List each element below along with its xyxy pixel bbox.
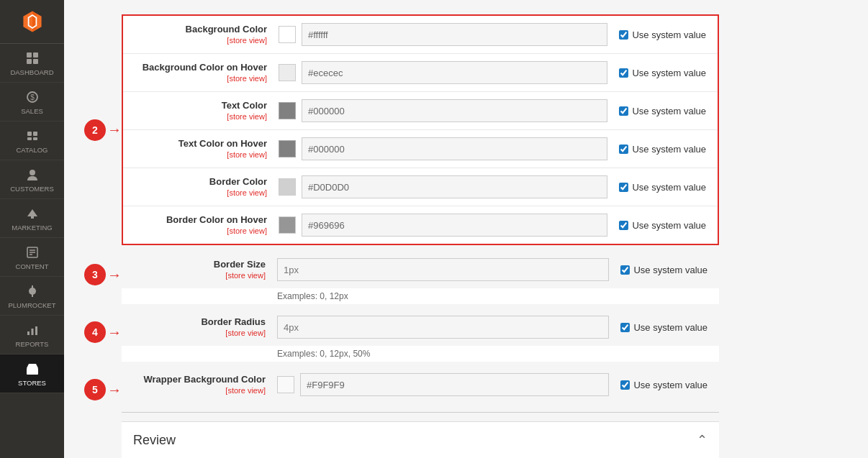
text-color-hover-swatch[interactable] — [279, 140, 296, 157]
border-color-hover-label: Border Color on Hover [store view] — [135, 214, 279, 236]
svg-rect-10 — [33, 132, 37, 136]
marketing-icon — [25, 206, 40, 221]
background-color-swatch[interactable] — [279, 26, 296, 43]
sidebar-item-plumrocket[interactable]: PLUMROCKET — [0, 277, 64, 316]
text-color-hover-label: Text Color on Hover [store view] — [135, 138, 279, 160]
step-5-section: Wrapper Background Color [store view] Us… — [122, 366, 719, 403]
svg-text:$: $ — [30, 93, 35, 101]
border-color-label: Border Color [store view] — [135, 176, 279, 198]
svg-rect-3 — [27, 52, 32, 58]
wrapper-bg-label: Wrapper Background Color [store view] — [133, 374, 277, 395]
sidebar-label-plumrocket: PLUMROCKET — [9, 301, 56, 309]
border-color-input[interactable] — [302, 175, 607, 198]
background-color-hover-checkbox[interactable] — [619, 68, 628, 78]
svg-rect-12 — [33, 137, 37, 140]
background-color-hover-swatch[interactable] — [279, 64, 296, 81]
sales-icon: $ — [25, 90, 40, 104]
svg-rect-22 — [27, 331, 30, 335]
step-3-arrow: → — [107, 267, 122, 283]
sidebar: DASHBOARD $ SALES CATALOG CUSTOMERS MARK… — [0, 0, 64, 458]
review-section: Review ⌃ — [122, 421, 719, 458]
svg-rect-4 — [33, 52, 38, 58]
step-4-section: Border Radius [store view] Use system va… — [122, 308, 719, 362]
border-color-hover-row: Border Color on Hover [store view] Use s… — [123, 206, 718, 244]
magento-logo — [19, 9, 45, 35]
border-color-row: Border Color [store view] Use system val… — [123, 168, 718, 206]
sidebar-item-catalog[interactable]: CATALOG — [0, 122, 64, 160]
wrapper-bg-swatch[interactable] — [277, 376, 294, 393]
text-color-system: Use system value — [619, 106, 706, 116]
background-color-row: Background Color [store view] Use system… — [123, 16, 718, 53]
border-size-row: Border Size [store view] Use system valu… — [122, 251, 719, 288]
text-color-checkbox[interactable] — [619, 106, 628, 116]
background-color-hover-row: Background Color on Hover [store view] U… — [123, 53, 718, 91]
text-color-hover-checkbox[interactable] — [619, 145, 628, 154]
background-color-label: Background Color [store view] — [135, 24, 279, 45]
svg-rect-24 — [35, 326, 37, 335]
border-radius-row: Border Radius [store view] Use system va… — [122, 308, 719, 346]
text-color-hover-system: Use system value — [619, 144, 706, 155]
border-color-swatch[interactable] — [279, 178, 296, 196]
text-color-hover-input[interactable] — [302, 137, 607, 160]
sidebar-item-sales[interactable]: $ SALES — [0, 83, 64, 122]
chevron-up-icon[interactable]: ⌃ — [697, 432, 707, 448]
wrapper-bg-system: Use system value — [620, 380, 707, 390]
wrapper-bg-input[interactable] — [300, 373, 609, 396]
settings-panel: 2 → Background Color [store view] Use sy… — [64, 0, 868, 458]
border-size-examples: Examples: 0, 12px — [122, 288, 719, 304]
background-color-input[interactable] — [302, 23, 607, 46]
svg-rect-23 — [31, 329, 33, 335]
svg-point-19 — [29, 288, 36, 295]
sidebar-item-dashboard[interactable]: DASHBOARD — [0, 44, 64, 83]
reports-icon — [25, 323, 40, 337]
sidebar-item-reports[interactable]: REPORTS — [0, 316, 64, 354]
text-color-input[interactable] — [302, 99, 607, 122]
step-3-section: Border Size [store view] Use system valu… — [122, 251, 719, 304]
svg-rect-26 — [30, 370, 35, 375]
svg-point-13 — [30, 170, 35, 175]
text-color-label: Text Color [store view] — [135, 100, 279, 122]
wrapper-bg-row: Wrapper Background Color [store view] Us… — [122, 366, 719, 403]
border-color-hover-checkbox[interactable] — [619, 221, 628, 230]
svg-rect-5 — [27, 59, 32, 64]
sidebar-item-marketing[interactable]: MARKETING — [0, 199, 64, 238]
text-color-swatch[interactable] — [279, 102, 296, 119]
background-color-hover-label: Background Color on Hover [store view] — [135, 62, 279, 83]
border-size-input[interactable] — [277, 258, 609, 281]
sidebar-item-customers[interactable]: CUSTOMERS — [0, 160, 64, 199]
border-color-hover-swatch[interactable] — [279, 216, 296, 234]
border-color-system: Use system value — [619, 182, 706, 193]
border-size-label: Border Size [store view] — [133, 259, 277, 280]
step-5-arrow: → — [107, 382, 122, 398]
step-2-section: Background Color [store view] Use system… — [122, 14, 719, 245]
border-color-checkbox[interactable] — [619, 183, 628, 192]
sidebar-label-stores: STORES — [18, 379, 46, 387]
sidebar-item-content[interactable]: CONTENT — [0, 238, 64, 277]
border-radius-examples: Examples: 0, 12px, 50% — [122, 346, 719, 362]
sidebar-label-content: CONTENT — [16, 262, 49, 270]
dashboard-icon — [25, 51, 40, 65]
plumrocket-icon — [25, 284, 40, 298]
border-radius-checkbox[interactable] — [620, 323, 630, 332]
content-icon — [25, 245, 40, 260]
step-3-bubble: 3 — [84, 264, 106, 285]
sidebar-item-stores[interactable]: STORES — [0, 354, 64, 393]
customers-icon — [25, 168, 40, 182]
background-color-system: Use system value — [619, 29, 706, 40]
background-color-checkbox[interactable] — [619, 30, 628, 40]
border-color-hover-input[interactable] — [302, 214, 607, 237]
wrapper-bg-checkbox[interactable] — [620, 380, 630, 390]
logo-container — [0, 0, 64, 44]
section-divider — [122, 412, 719, 413]
border-radius-label: Border Radius [store view] — [133, 316, 277, 338]
step-4-arrow: → — [107, 324, 122, 341]
sidebar-label-dashboard: DASHBOARD — [10, 68, 53, 76]
border-color-hover-system: Use system value — [619, 220, 706, 231]
border-size-checkbox[interactable] — [620, 265, 630, 275]
svg-rect-11 — [27, 137, 32, 140]
background-color-hover-input[interactable] — [302, 61, 607, 84]
border-radius-input[interactable] — [277, 316, 609, 339]
sidebar-label-customers: CUSTOMERS — [10, 185, 54, 193]
stores-icon — [25, 362, 40, 376]
step-2-arrow: → — [107, 122, 122, 138]
